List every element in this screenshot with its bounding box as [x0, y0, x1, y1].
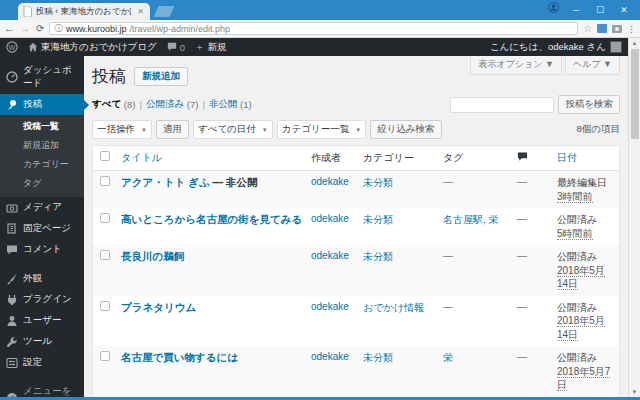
bulk-actions-select[interactable]: 一括操作▼ — [92, 120, 152, 139]
scrollbar-thumb[interactable] — [631, 49, 639, 139]
category-link[interactable]: 未分類 — [363, 177, 393, 188]
new-tab-button[interactable] — [153, 6, 174, 17]
close-button[interactable]: ✕ — [612, 0, 636, 20]
submenu-all-posts[interactable]: 投稿一覧 — [0, 117, 84, 136]
category-link[interactable]: おでかけ情報 — [363, 302, 424, 313]
search-posts-input[interactable] — [450, 97, 554, 113]
tags-value[interactable]: 栄 — [443, 352, 453, 363]
tags-value[interactable]: 名古屋駅, 栄 — [443, 214, 499, 225]
sidebar-item-posts[interactable]: 投稿 — [0, 94, 84, 115]
sidebar-item-tools[interactable]: ツール — [0, 331, 84, 352]
view-private-link[interactable]: 非公開 — [209, 98, 238, 111]
post-title-link[interactable]: 名古屋で買い物するには — [121, 351, 238, 363]
category-filter-select[interactable]: カテゴリー一覧▼ — [277, 120, 366, 139]
author-link[interactable]: odekake — [311, 301, 349, 312]
sidebar-item-users[interactable]: ユーザー — [0, 310, 84, 331]
scroll-down-icon[interactable]: ▼ — [632, 387, 638, 397]
admin-bar-comments[interactable]: 0 — [167, 42, 185, 53]
view-all-link[interactable]: すべて — [92, 98, 121, 111]
admin-bar-new[interactable]: ＋ 新規 — [195, 41, 227, 54]
category-link[interactable]: 未分類 — [363, 251, 393, 262]
row-checkbox[interactable] — [100, 176, 110, 186]
bookmark-star-icon[interactable]: ☆ — [583, 23, 592, 34]
category-link[interactable]: 未分類 — [363, 214, 393, 225]
apply-button[interactable]: 適用 — [156, 120, 189, 139]
tab-title: 投稿 ‹ 東海地方のおでかけ — [36, 6, 132, 18]
post-status-text: 公開済み — [557, 301, 615, 315]
column-comments[interactable] — [513, 146, 553, 169]
screen-options-button[interactable]: 表示オプション ▼ — [470, 56, 561, 75]
comment-icon — [6, 244, 18, 256]
search-posts-button[interactable]: 投稿を検索 — [558, 95, 620, 114]
post-status-suffix: — 非公開 — [210, 176, 258, 188]
scroll-up-icon[interactable]: ▲ — [632, 38, 638, 48]
date-filter-select[interactable]: すべての日付▼ — [193, 120, 273, 139]
back-button[interactable]: ← — [4, 23, 15, 34]
author-link[interactable]: odekake — [311, 176, 349, 187]
extension-icon[interactable] — [597, 24, 607, 33]
filter-button[interactable]: 絞り込み検索 — [370, 120, 441, 139]
forward-button[interactable]: → — [20, 23, 31, 34]
post-title-link[interactable]: プラネタリウム — [121, 301, 196, 313]
cell-tags: 栄 — [439, 346, 513, 370]
sidebar-item-pages[interactable]: 固定ページ — [0, 218, 84, 239]
page-scrollbar[interactable]: ▲ ▼ — [628, 38, 640, 397]
view-published-link[interactable]: 公開済み — [146, 98, 184, 111]
svg-text:W: W — [9, 44, 16, 51]
view-published-count: (7) — [187, 99, 199, 110]
select-all-checkbox[interactable] — [100, 151, 110, 161]
post-title-link[interactable]: 高いところから名古屋の街を見てみる — [121, 213, 302, 225]
page-info-icon[interactable]: ⓘ — [54, 23, 63, 35]
admin-bar-new-label: 新規 — [208, 41, 227, 54]
row-checkbox[interactable] — [100, 213, 110, 223]
post-title-link[interactable]: 長良川の鵜飼 — [121, 250, 184, 262]
category-link[interactable]: 未分類 — [363, 352, 393, 363]
sidebar-item-appearance[interactable]: 外観 — [0, 268, 84, 289]
admin-bar-account[interactable]: こんにちは、odekake さん — [490, 41, 622, 54]
chevron-down-icon: ▼ — [262, 127, 268, 133]
wp-admin-bar: W 東海地方のおでかけブログ 0 ＋ 新規 — [0, 38, 628, 56]
post-date-text: 3時間前 — [557, 191, 593, 203]
camera-extension-icon[interactable] — [612, 25, 622, 33]
author-link[interactable]: odekake — [311, 351, 349, 362]
row-checkbox[interactable] — [100, 250, 110, 260]
column-date-sort[interactable]: 日付 — [553, 146, 619, 170]
sidebar-item-media[interactable]: メディア — [0, 197, 84, 218]
address-bar[interactable]: ⓘ www.kuroobi.jp/travel/wp-admin/edit.ph… — [49, 22, 578, 35]
maximize-button[interactable]: ☐ — [588, 0, 612, 20]
reload-button[interactable]: ⟳ — [36, 24, 44, 34]
admin-bar-site-link[interactable]: 東海地方のおでかけブログ — [28, 41, 157, 54]
table-row: 名古屋で買い物するには odekake 未分類 栄 — 公開済み 2018年5月… — [93, 346, 619, 397]
submenu-add-new[interactable]: 新規追加 — [0, 136, 84, 155]
browser-tab[interactable]: 投稿 ‹ 東海地方のおでかけ ✕ — [18, 3, 150, 20]
profile-icon[interactable] — [542, 0, 564, 20]
submenu-tags[interactable]: タグ — [0, 174, 84, 193]
post-status-text: 最終編集日 — [557, 176, 615, 190]
sidebar-item-plugins[interactable]: プラグイン — [0, 289, 84, 310]
camera-icon — [6, 202, 18, 214]
cell-tags: — — [439, 245, 513, 266]
dashboard-icon — [6, 71, 18, 83]
sidebar-item-comments[interactable]: コメント — [0, 239, 84, 260]
row-checkbox[interactable] — [100, 301, 110, 311]
wp-sidebar: ダッシュボード 投稿 投稿一覧 新規追加 カテゴリー タグ メディア — [0, 56, 84, 397]
column-title-sort[interactable]: タイトル — [117, 146, 307, 170]
author-link[interactable]: odekake — [311, 250, 349, 261]
cell-date: 公開済み 2018年5月14日 — [553, 296, 619, 347]
submenu-categories[interactable]: カテゴリー — [0, 155, 84, 174]
sidebar-label: メディア — [23, 201, 62, 214]
help-button[interactable]: ヘルプ ▼ — [565, 56, 620, 75]
avatar — [610, 41, 622, 53]
table-row: プラネタリウム odekake おでかけ情報 — — 公開済み 2018年5月1… — [93, 296, 619, 347]
minimize-button[interactable]: ─ — [564, 0, 588, 20]
sidebar-item-dashboard[interactable]: ダッシュボード — [0, 60, 84, 94]
row-checkbox[interactable] — [100, 351, 110, 361]
tab-close-icon[interactable]: ✕ — [136, 7, 145, 16]
add-new-button[interactable]: 新規追加 — [134, 67, 188, 86]
wp-logo-icon[interactable]: W — [6, 41, 18, 53]
post-title-link[interactable]: アクア・トト ぎふ — [121, 176, 210, 188]
browser-menu-icon[interactable]: ⋮ — [627, 24, 636, 34]
sidebar-item-settings[interactable]: 設定 — [0, 352, 84, 373]
admin-bar-site-name: 東海地方のおでかけブログ — [41, 41, 157, 54]
author-link[interactable]: odekake — [311, 213, 349, 224]
